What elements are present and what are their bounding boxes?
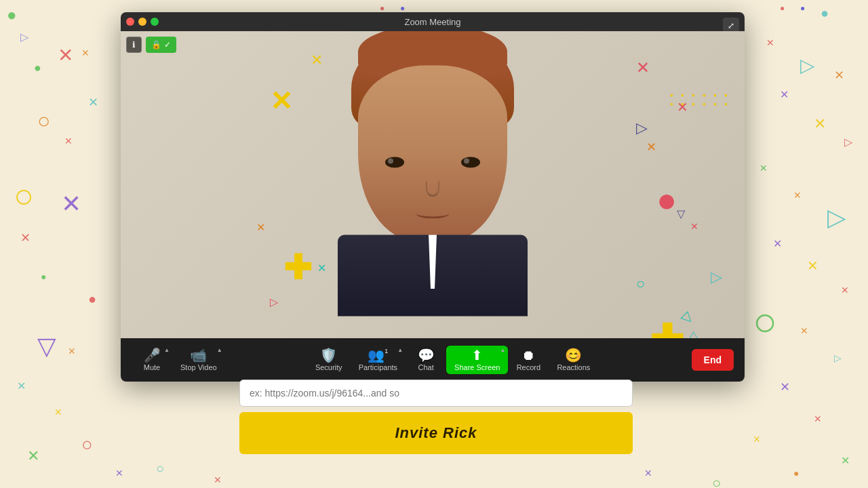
deco-circle-outline: ○ <box>156 461 164 476</box>
deco-x: ✕ <box>766 37 774 48</box>
chat-button[interactable]: 💬 Chat <box>406 346 446 374</box>
toolbar: ▲ 🎤 Mute ▲ 📹 Stop Video 🛡️ Security ▲ 👥1… <box>121 338 745 382</box>
bg-shape: ✕ <box>311 52 323 69</box>
title-bar: Zoom Meeting ⤢ <box>121 12 745 31</box>
deco-x: ✕ <box>20 230 31 245</box>
record-button[interactable]: ⏺ Record <box>508 346 549 374</box>
deco-circle-outline: ○ <box>37 108 50 134</box>
deco-x: ✕ <box>793 190 802 201</box>
participants-chevron: ▲ <box>397 347 403 353</box>
secure-badge[interactable]: 🔒 ✓ <box>146 37 176 53</box>
close-button[interactable] <box>126 18 134 26</box>
mute-label: Mute <box>144 363 160 371</box>
badge-area: ℹ 🔒 ✓ <box>126 37 176 53</box>
deco-x: ✕ <box>780 88 789 101</box>
deco-x: ✕ <box>814 413 822 424</box>
end-button[interactable]: End <box>692 349 734 371</box>
mute-icon: 🎤 <box>144 348 161 362</box>
security-button[interactable]: 🛡️ Security <box>307 346 351 374</box>
deco-x: ✕ <box>54 407 62 418</box>
deco-tri: ▷ <box>20 30 28 43</box>
reactions-button[interactable]: 😊 Reactions <box>549 346 598 374</box>
deco-x: ✕ <box>27 447 39 465</box>
bg-shape: ✕ <box>256 221 265 234</box>
deco-x: ✕ <box>814 115 826 133</box>
bg-shape: ✕ <box>646 140 656 155</box>
invite-dialog: Invite Rick <box>239 380 633 454</box>
rick-face-shape <box>358 65 507 241</box>
bg-shape: ✕ <box>270 85 293 117</box>
deco-x: ✕ <box>61 190 81 218</box>
deco-x: ✕ <box>800 325 808 336</box>
share-screen-icon: ⬆ <box>471 348 483 362</box>
record-label: Record <box>517 363 540 371</box>
deco-x: ✕ <box>753 434 761 445</box>
info-badge[interactable]: ℹ <box>126 37 142 53</box>
bg-shape: ✕ <box>690 221 698 232</box>
deco-x: ✕ <box>773 237 782 250</box>
invite-rick-button[interactable]: Invite Rick <box>239 412 633 454</box>
deco-x: ✕ <box>68 346 76 357</box>
deco-circle: ● <box>821 5 829 21</box>
stop-video-chevron: ▲ <box>217 347 222 353</box>
security-label: Security <box>315 363 342 371</box>
deco-x: ✕ <box>88 95 98 110</box>
deco-circle-big: ○ <box>753 298 777 345</box>
rick-suit <box>338 235 528 316</box>
deco-x: ✕ <box>780 380 790 394</box>
deco-x: ✕ <box>81 47 90 58</box>
deco-dot: ● <box>34 61 41 75</box>
rick-left-eye <box>385 157 404 167</box>
reactions-icon: 😊 <box>565 348 582 362</box>
deco-circle: ● <box>88 291 96 307</box>
invite-input-row <box>239 380 633 407</box>
deco-dot: ● <box>380 3 384 13</box>
chat-icon: 💬 <box>418 348 435 362</box>
deco-circle: ● <box>7 5 17 24</box>
stop-video-icon: 📹 <box>190 348 207 362</box>
bg-shape: ✚ <box>650 316 684 338</box>
secure-check: ✓ <box>164 40 171 49</box>
participants-button[interactable]: ▲ 👥1 Participants <box>351 346 406 374</box>
stop-video-button[interactable]: ▲ 📹 Stop Video <box>172 346 225 374</box>
deco-x: ✕ <box>17 380 26 392</box>
deco-tri: ▷ <box>834 352 842 363</box>
share-screen-button[interactable]: ▲ ⬆ Share Screen <box>446 346 508 374</box>
record-icon: ⏺ <box>521 348 535 362</box>
share-screen-chevron: ▲ <box>500 347 505 353</box>
deco-x: ✕ <box>115 468 123 479</box>
mute-button[interactable]: ▲ 🎤 Mute <box>132 346 172 374</box>
dots-pattern: ● ● ● ● ● ● ● ● ● ● ● ● <box>670 92 724 140</box>
rick-right-eye <box>461 157 480 167</box>
bg-shape: ✕ <box>636 58 650 77</box>
deco-dot: ● <box>800 3 805 13</box>
bg-shape: ● <box>656 180 677 220</box>
bg-shape: ▷ <box>270 296 278 308</box>
deco-x: ✕ <box>841 454 850 467</box>
invite-url-input[interactable] <box>250 388 623 399</box>
rick-nose <box>426 180 439 197</box>
rick-video-feed <box>324 31 541 316</box>
deco-circle-big: ○ <box>14 176 34 216</box>
deco-dot: ● <box>400 3 405 13</box>
deco-x: ✕ <box>807 258 818 274</box>
participants-label: Participants <box>359 363 397 371</box>
zoom-window: Zoom Meeting ⤢ ℹ 🔒 ✓ ✕ ✕ ✚ ● <box>121 12 745 382</box>
mute-chevron: ▲ <box>164 347 170 353</box>
reactions-label: Reactions <box>557 363 590 371</box>
bg-shape: ▽ <box>677 207 685 220</box>
rick-mouth <box>416 207 450 218</box>
deco-dot: ● <box>780 3 785 13</box>
video-area: ℹ 🔒 ✓ ✕ ✕ ✚ ● ✕ ✕ ● ✕ ✕ ○ ▷ <box>121 31 745 338</box>
bg-shape: ✚ <box>283 248 312 287</box>
minimize-button[interactable] <box>138 18 146 26</box>
deco-x: ✕ <box>841 285 849 296</box>
maximize-button[interactable] <box>151 18 159 26</box>
bg-shape: ▷ <box>711 268 722 286</box>
security-icon: 🛡️ <box>320 348 337 362</box>
bg-shape: ▷ <box>636 119 648 137</box>
deco-dot: ● <box>793 468 799 479</box>
deco-x: ✕ <box>58 44 73 66</box>
deco-tri: ▷ <box>800 54 815 77</box>
deco-x: ✕ <box>760 163 768 174</box>
